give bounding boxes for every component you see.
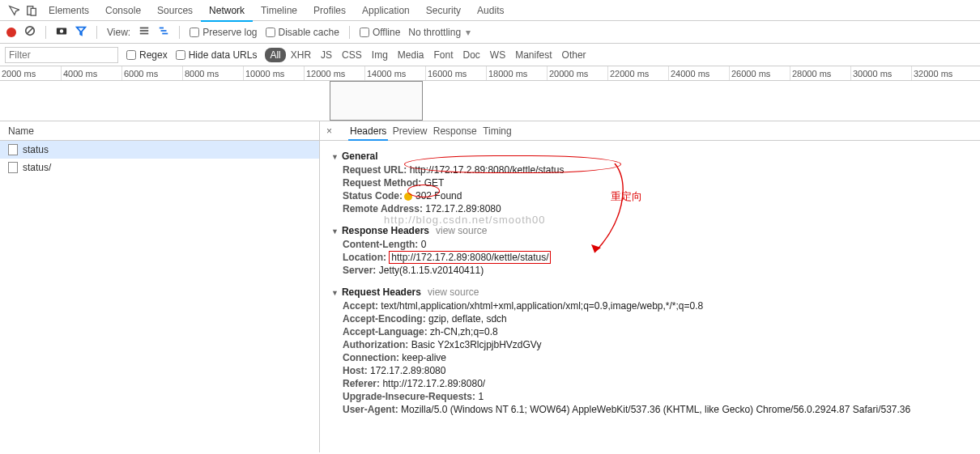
filter-type-img[interactable]: Img <box>367 48 393 62</box>
preserve-log-label: Preserve log <box>202 27 257 38</box>
filter-type-media[interactable]: Media <box>393 48 429 62</box>
ruler-tick: 14000 ms <box>364 66 425 80</box>
filter-input[interactable] <box>5 47 118 63</box>
ruler-tick: 24000 ms <box>668 66 729 80</box>
ruler-tick: 20000 ms <box>547 66 607 80</box>
tab-console[interactable]: Console <box>97 1 149 22</box>
hide-data-urls-checkbox[interactable]: Hide data URLs <box>176 49 258 61</box>
filter-type-ws[interactable]: WS <box>485 48 510 62</box>
waterfall-icon[interactable] <box>158 25 169 39</box>
accept-label: Accept: <box>343 300 378 312</box>
timeline-ruler[interactable]: 2000 ms4000 ms6000 ms8000 ms10000 ms1200… <box>0 66 980 81</box>
request-method-value: GET <box>424 177 445 189</box>
request-list-header[interactable]: Name <box>0 121 319 141</box>
filter-type-xhr[interactable]: XHR <box>286 48 316 62</box>
tab-timeline[interactable]: Timeline <box>253 1 305 22</box>
regex-checkbox[interactable]: Regex <box>126 49 168 61</box>
svg-rect-1 <box>31 8 36 15</box>
status-code-value: 302 Found <box>415 190 462 202</box>
detail-tab-timing[interactable]: Timing <box>481 123 513 139</box>
server-value: Jetty(8.1.15.v20140411) <box>379 265 484 276</box>
request-headers-title[interactable]: Request Headersview source <box>331 286 969 298</box>
view-source-link[interactable]: view source <box>436 225 487 236</box>
tab-audits[interactable]: Audits <box>469 1 512 22</box>
detail-tabs: × Headers Preview Response Timing <box>320 121 980 141</box>
filter-type-other[interactable]: Other <box>557 48 591 62</box>
connection-label: Connection: <box>343 352 399 363</box>
close-icon[interactable]: × <box>326 125 332 137</box>
tab-application[interactable]: Application <box>354 1 418 22</box>
authorization-value: Basic Y2x1c3RlcjpjbHVzdGVy <box>411 339 542 350</box>
tab-network[interactable]: Network <box>201 1 253 22</box>
inspect-icon[interactable] <box>8 5 19 16</box>
ruler-tick: 4000 ms <box>61 66 121 80</box>
filter-icon[interactable] <box>75 25 87 39</box>
host-label: Host: <box>343 365 368 376</box>
ruler-tick: 2000 ms <box>0 66 61 80</box>
clear-icon[interactable] <box>24 25 36 39</box>
ruler-tick: 16000 ms <box>425 66 486 80</box>
request-list: Name statusstatus/ <box>0 121 320 452</box>
screenshot-icon[interactable] <box>56 25 67 39</box>
record-button[interactable] <box>6 28 16 37</box>
detail-tab-headers[interactable]: Headers <box>348 123 388 141</box>
request-detail: × Headers Preview Response Timing Genera… <box>320 121 980 452</box>
remote-address-label: Remote Address: <box>343 203 423 214</box>
device-icon[interactable] <box>26 5 37 16</box>
ruler-tick: 30000 ms <box>850 66 911 80</box>
filter-type-manifest[interactable]: Manifest <box>510 48 556 62</box>
filter-type-font[interactable]: Font <box>429 48 458 62</box>
accept-encoding-label: Accept-Encoding: <box>343 313 426 325</box>
regex-label: Regex <box>139 49 168 61</box>
tab-profiles[interactable]: Profiles <box>305 1 354 22</box>
timeline-overview[interactable] <box>0 81 980 121</box>
request-url-value: http://172.17.2.89:8080/kettle/status <box>410 164 565 176</box>
disable-cache-label: Disable cache <box>279 27 339 38</box>
file-icon <box>8 144 18 155</box>
tab-security[interactable]: Security <box>418 1 469 22</box>
detail-tab-preview[interactable]: Preview <box>391 123 429 139</box>
status-code-label: Status Code: <box>343 190 403 202</box>
accept-value: text/html,application/xhtml+xml,applicat… <box>381 300 703 312</box>
status-dot-icon <box>404 193 412 201</box>
filter-type-js[interactable]: JS <box>316 48 337 62</box>
accept-encoding-value: gzip, deflate, sdch <box>428 313 507 325</box>
filter-type-doc[interactable]: Doc <box>458 48 485 62</box>
ruler-tick: 32000 ms <box>911 66 972 80</box>
preserve-log-checkbox[interactable]: Preserve log <box>190 27 257 38</box>
filter-type-all[interactable]: All <box>265 48 285 62</box>
accept-language-value: zh-CN,zh;q=0.8 <box>430 326 498 337</box>
filter-bar: Regex Hide data URLs AllXHRJSCSSImgMedia… <box>0 44 980 66</box>
large-rows-icon[interactable] <box>138 25 150 39</box>
upgrade-value: 1 <box>478 391 484 402</box>
request-row[interactable]: status/ <box>0 159 319 176</box>
view-source-link-2[interactable]: view source <box>428 286 479 298</box>
offline-checkbox[interactable]: Offline <box>360 27 400 38</box>
location-value: http://172.17.2.89:8080/kettle/status/ <box>389 251 551 264</box>
accept-language-label: Accept-Language: <box>343 326 428 337</box>
ruler-tick: 12000 ms <box>304 66 364 80</box>
request-name: status/ <box>23 162 51 173</box>
location-label: Location: <box>343 252 386 263</box>
request-row[interactable]: status <box>0 141 319 159</box>
tab-elements[interactable]: Elements <box>40 1 97 22</box>
ruler-tick: 8000 ms <box>182 66 243 80</box>
server-label: Server: <box>343 265 376 276</box>
request-method-label: Request Method: <box>343 177 421 189</box>
disable-cache-checkbox[interactable]: Disable cache <box>266 27 339 38</box>
tab-sources[interactable]: Sources <box>149 1 201 22</box>
response-headers-title[interactable]: Response Headersview source <box>331 225 969 236</box>
overview-window[interactable] <box>330 81 423 121</box>
ruler-tick: 10000 ms <box>243 66 304 80</box>
ruler-tick: 6000 ms <box>121 66 182 80</box>
ruler-tick: 26000 ms <box>729 66 790 80</box>
throttling-select[interactable]: No throttling▾ <box>408 27 471 38</box>
user-agent-value: Mozilla/5.0 (Windows NT 6.1; WOW64) Appl… <box>401 404 910 415</box>
throttling-value: No throttling <box>408 27 461 38</box>
general-section-title[interactable]: General <box>331 151 969 162</box>
detail-tab-response[interactable]: Response <box>432 123 479 139</box>
connection-value: keep-alive <box>402 352 446 363</box>
hide-data-urls-label: Hide data URLs <box>189 49 258 61</box>
upgrade-label: Upgrade-Insecure-Requests: <box>343 391 475 402</box>
filter-type-css[interactable]: CSS <box>337 48 367 62</box>
